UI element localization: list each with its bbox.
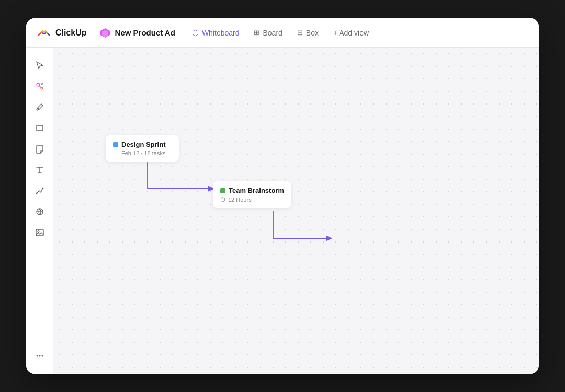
- more-dots-icon: [35, 351, 44, 361]
- tool-magic[interactable]: [30, 77, 49, 96]
- card-team-brainstorm[interactable]: Team Brainstorm ⏱ 12 Hours: [213, 181, 291, 208]
- clickup-logo-icon: [37, 26, 51, 40]
- magic-icon: [35, 82, 44, 91]
- app-name: ClickUp: [55, 28, 87, 38]
- card-design-sprint-title: Design Sprint: [113, 141, 172, 148]
- logo-area[interactable]: ClickUp: [37, 26, 87, 40]
- board-tab-icon: ⊞: [254, 29, 259, 37]
- tool-pen[interactable]: [30, 98, 49, 117]
- text-icon: [35, 165, 44, 175]
- tool-sticky[interactable]: [30, 140, 49, 158]
- card-team-brainstorm-meta: ⏱ 12 Hours: [220, 197, 284, 203]
- tool-rectangle[interactable]: [30, 119, 49, 137]
- svg-point-2: [37, 83, 40, 86]
- project-icon: [99, 27, 111, 39]
- tool-more[interactable]: [30, 347, 49, 365]
- sticky-icon: [35, 144, 44, 154]
- whiteboard-tab-icon: ⬡: [192, 28, 199, 38]
- project-name: New Product Ad: [115, 28, 175, 37]
- board-tab-label: Board: [263, 29, 282, 37]
- add-view-button[interactable]: + Add view: [327, 26, 375, 40]
- design-sprint-dot: [113, 142, 118, 147]
- image-icon: [35, 228, 44, 237]
- svg-point-10: [38, 231, 39, 233]
- project-section[interactable]: New Product Ad: [99, 27, 175, 39]
- team-brainstorm-dot: [220, 188, 225, 193]
- whiteboard-canvas[interactable]: Design Sprint Feb 12 · 18 tasks Team Bra…: [53, 48, 539, 374]
- tab-box[interactable]: ⊟ Box: [291, 26, 325, 40]
- toolbar-sidebar: [26, 48, 53, 374]
- svg-rect-9: [36, 229, 43, 236]
- nav-tabs: ⬡ Whiteboard ⊞ Board ⊟ Box + Add view: [186, 25, 375, 41]
- svg-point-3: [41, 83, 42, 85]
- globe-icon: [35, 207, 44, 216]
- card-design-sprint[interactable]: Design Sprint Feb 12 · 18 tasks: [106, 135, 179, 162]
- app-window: ClickUp New Product Ad ⬡ Whiteboard ⊞ Bo…: [26, 18, 539, 374]
- tab-whiteboard[interactable]: ⬡ Whiteboard: [186, 25, 246, 41]
- tab-board[interactable]: ⊞ Board: [247, 26, 288, 40]
- canvas-arrows: [53, 48, 539, 374]
- main-area: Design Sprint Feb 12 · 18 tasks Team Bra…: [26, 48, 539, 374]
- cursor-icon: [35, 61, 44, 70]
- svg-point-13: [41, 355, 43, 357]
- tool-image[interactable]: [30, 223, 49, 242]
- pen-icon: [35, 102, 44, 112]
- tool-globe[interactable]: [30, 202, 49, 221]
- whiteboard-tab-label: Whiteboard: [202, 29, 240, 37]
- header: ClickUp New Product Ad ⬡ Whiteboard ⊞ Bo…: [26, 18, 539, 48]
- rectangle-icon: [35, 123, 44, 133]
- svg-point-12: [39, 355, 40, 357]
- add-view-label: + Add view: [333, 29, 369, 37]
- card-team-brainstorm-title: Team Brainstorm: [220, 187, 284, 194]
- svg-point-11: [36, 355, 38, 357]
- connector-icon: [35, 186, 44, 195]
- svg-rect-5: [37, 125, 43, 131]
- tool-connector[interactable]: [30, 181, 49, 200]
- box-tab-label: Box: [306, 29, 319, 37]
- box-tab-icon: ⊟: [297, 29, 303, 37]
- svg-point-7: [42, 188, 43, 189]
- tool-text[interactable]: [30, 160, 49, 179]
- clock-icon: ⏱: [220, 197, 226, 203]
- card-design-sprint-meta: Feb 12 · 18 tasks: [113, 150, 172, 156]
- svg-point-4: [41, 87, 43, 89]
- tool-cursor[interactable]: [30, 56, 49, 75]
- svg-point-6: [36, 193, 37, 194]
